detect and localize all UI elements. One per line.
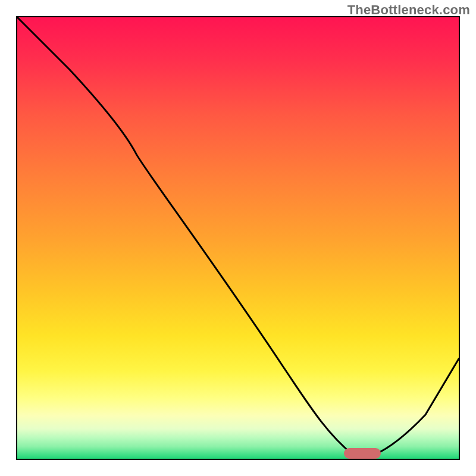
plot-area [16, 16, 460, 460]
bottleneck-chart: TheBottleneck.com [0, 0, 476, 476]
optimal-zone-marker [344, 448, 381, 459]
bottleneck-curve-line [16, 16, 460, 460]
curve-path [17, 17, 459, 455]
